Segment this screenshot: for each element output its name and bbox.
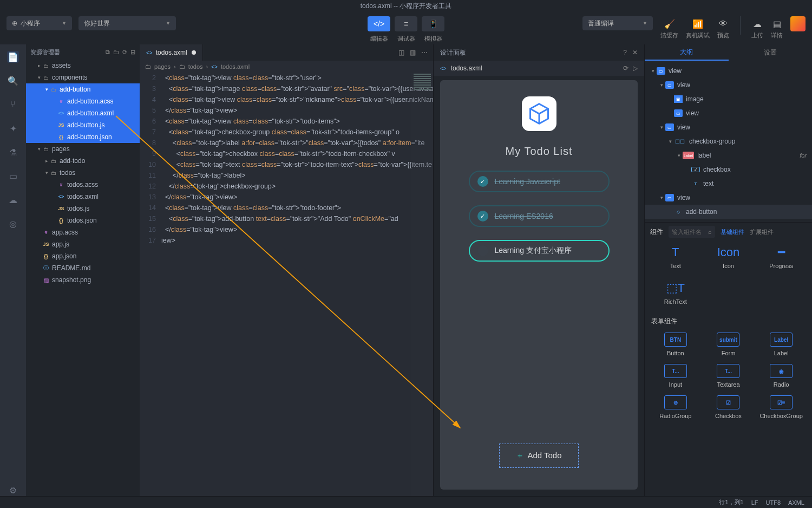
add-todo-button[interactable]: ＋Add Todo	[499, 444, 578, 468]
code-editor[interactable]: 234567891011121314151617 <class="tok-tag…	[140, 73, 433, 496]
component-item[interactable]: ☑≡CheckboxGroup	[756, 395, 807, 419]
checkbox-icon[interactable]: ✓	[477, 176, 488, 187]
new-folder-icon[interactable]: 🗀	[113, 49, 119, 55]
explorer-icon[interactable]: 📄	[7, 51, 19, 63]
outline-node[interactable]: ◇add-button	[645, 205, 812, 219]
component-tab-basic[interactable]: 基础组件	[721, 228, 744, 236]
cursor-position[interactable]: 行1，列1	[719, 498, 743, 506]
minimap[interactable]	[411, 73, 433, 496]
editor-tab[interactable]: <> todos.axml	[140, 44, 203, 61]
user-avatar[interactable]	[790, 16, 806, 31]
file-item[interactable]: <>todos.axml	[26, 191, 140, 203]
component-item[interactable]: T...Input	[650, 364, 701, 388]
breadcrumb-segment[interactable]: todos.axml	[221, 63, 250, 70]
file-item[interactable]: {}add-button.json	[26, 131, 140, 143]
outline-node[interactable]: ▾▭view	[645, 191, 812, 205]
collapse-icon[interactable]: ⊟	[130, 49, 135, 56]
cloud-icon[interactable]: ☁	[7, 194, 19, 206]
file-item[interactable]: ▧snapshot.png	[26, 274, 140, 286]
file-item[interactable]: #add-button.acss	[26, 95, 140, 107]
component-tab-extended[interactable]: 扩展组件	[750, 228, 774, 236]
new-file-icon[interactable]: ⧉	[106, 49, 110, 56]
outline-node[interactable]: ▭view	[645, 106, 812, 120]
checkbox-icon[interactable]: ✓	[477, 211, 488, 222]
outline-node[interactable]: ▾☐☐checkbox-group	[645, 134, 812, 148]
component-search-input[interactable]: 输入组件名 ⌕	[669, 226, 715, 238]
search-icon[interactable]: 🔍	[7, 75, 19, 87]
toolbar-action-button[interactable]: ▤详情	[771, 16, 783, 40]
folder-item[interactable]: ▸🗀add-todo	[26, 155, 140, 167]
component-item[interactable]: ◉Radio	[756, 364, 807, 388]
layout-icon[interactable]: ▥	[410, 49, 416, 56]
play-preview-icon[interactable]: ▷	[633, 64, 638, 72]
file-item[interactable]: JStodos.js	[26, 203, 140, 214]
component-item[interactable]: LabelLabel	[756, 333, 807, 356]
outline-node[interactable]: ▾▭view	[645, 64, 812, 78]
view-mode-button[interactable]: </>编辑器	[368, 16, 390, 43]
toolbar-action-button[interactable]: ☁上传	[751, 16, 763, 40]
breadcrumb[interactable]: 🗀pages›🗀todos›<>todos.axml	[140, 61, 433, 73]
view-mode-button[interactable]: ≡调试器	[395, 16, 417, 43]
component-item[interactable]: TText	[650, 245, 701, 269]
split-editor-icon[interactable]: ◫	[398, 49, 404, 56]
component-item[interactable]: submitForm	[703, 333, 754, 356]
compile-mode-dropdown[interactable]: 普通编译 ▼	[582, 16, 653, 30]
package-icon[interactable]: ▭	[7, 170, 19, 182]
language-indicator[interactable]: AXML	[788, 499, 804, 506]
outline-node[interactable]: ▾Labellabelfor	[645, 148, 812, 162]
refresh-icon[interactable]: ⟳	[122, 49, 127, 56]
outline-node[interactable]: ▾▭view	[645, 78, 812, 92]
project-dropdown[interactable]: 你好世界 ▼	[78, 16, 176, 30]
breadcrumb-segment[interactable]: pages	[154, 63, 171, 70]
file-item[interactable]: ⓘREADME.md	[26, 262, 140, 274]
lab-icon[interactable]: ⚗	[7, 146, 19, 158]
file-item[interactable]: {}todos.json	[26, 214, 140, 226]
component-item[interactable]: T...Textarea	[703, 364, 754, 388]
panel-tab[interactable]: 大纲	[645, 44, 729, 61]
todo-item[interactable]: ✓Learning Javascript	[469, 171, 610, 192]
component-item[interactable]: ⊚RadioGroup	[650, 395, 701, 419]
outline-node[interactable]: ▣image	[645, 92, 812, 106]
folder-item[interactable]: ▾🗀add-button	[26, 83, 140, 95]
simulator-canvas[interactable]: My Todo List ✓Learning Javascript✓Learni…	[440, 80, 638, 490]
toolbar-action-button[interactable]: 👁预览	[717, 16, 729, 40]
extensions-icon[interactable]: ✦	[7, 122, 19, 134]
file-item[interactable]: {}app.json	[26, 250, 140, 262]
file-item[interactable]: #app.acss	[26, 226, 140, 238]
close-icon[interactable]: ✕	[632, 49, 638, 56]
checkbox-icon[interactable]	[477, 245, 488, 256]
comp-icon: ◇	[674, 208, 683, 216]
git-icon[interactable]: ⑂	[7, 99, 19, 110]
more-icon[interactable]: ⋯	[421, 49, 428, 56]
settings-icon[interactable]: ⚙	[7, 484, 19, 496]
view-mode-button[interactable]: 📱模拟器	[422, 16, 444, 43]
folder-item[interactable]: ▸🗀assets	[26, 60, 140, 71]
toolbar-action-button[interactable]: 🧹清缓存	[660, 16, 678, 40]
file-item[interactable]: #todos.acss	[26, 179, 140, 191]
toolbar-action-button[interactable]: 📶真机调试	[686, 16, 710, 40]
file-item[interactable]: JSadd-button.js	[26, 119, 140, 131]
app-type-dropdown[interactable]: ⊕ 小程序 ▼	[6, 16, 72, 30]
panel-tab[interactable]: 设置	[729, 44, 813, 61]
support-icon[interactable]: ◎	[7, 218, 19, 230]
help-icon[interactable]: ?	[623, 49, 627, 56]
encoding-indicator[interactable]: UTF8	[766, 499, 781, 506]
folder-item[interactable]: ▾🗀components	[26, 71, 140, 83]
folder-item[interactable]: ▾🗀pages	[26, 143, 140, 155]
component-item[interactable]: ☑Checkbox	[703, 395, 754, 419]
breadcrumb-segment[interactable]: todos	[188, 63, 203, 70]
component-item[interactable]: ⬚TRichText	[650, 281, 701, 305]
component-item[interactable]: BTNButton	[650, 333, 701, 356]
outline-node[interactable]: ✓checkbox	[645, 162, 812, 177]
folder-item[interactable]: ▾🗀todos	[26, 167, 140, 179]
outline-node[interactable]: Ttext	[645, 177, 812, 191]
reload-preview-icon[interactable]: ⟳	[623, 64, 628, 72]
todo-item[interactable]: ✓Learning ES2016	[469, 205, 610, 227]
eol-indicator[interactable]: LF	[751, 499, 758, 506]
file-item[interactable]: <>add-button.axml	[26, 107, 140, 119]
component-item[interactable]: ━Progress	[756, 245, 807, 269]
outline-node[interactable]: ▾▭view	[645, 120, 812, 134]
file-item[interactable]: JSapp.js	[26, 238, 140, 250]
todo-item[interactable]: Learning 支付宝小程序	[469, 240, 610, 262]
component-item[interactable]: IconIcon	[703, 245, 754, 269]
